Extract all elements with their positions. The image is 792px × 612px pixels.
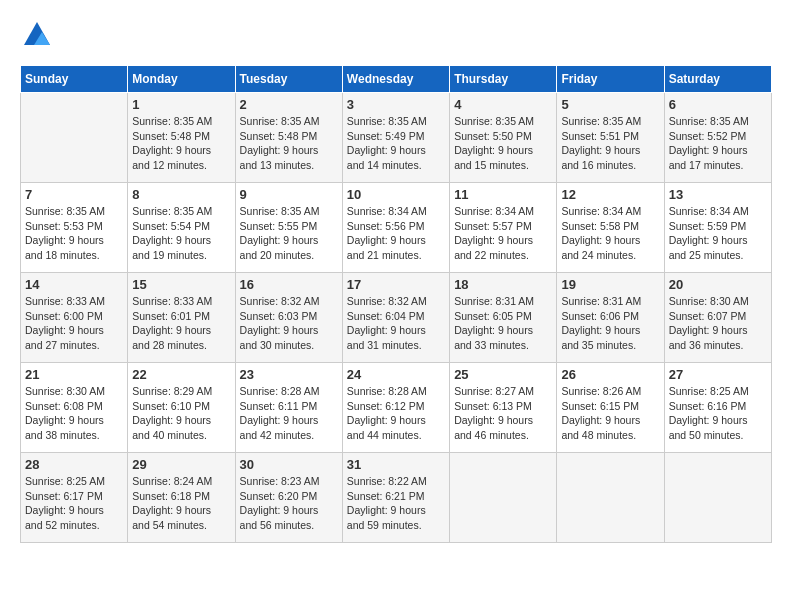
- day-number: 13: [669, 187, 767, 202]
- weekday-header-friday: Friday: [557, 66, 664, 93]
- day-info: Sunrise: 8:35 AMSunset: 5:55 PMDaylight:…: [240, 204, 338, 263]
- day-info: Sunrise: 8:35 AMSunset: 5:51 PMDaylight:…: [561, 114, 659, 173]
- day-number: 17: [347, 277, 445, 292]
- calendar-cell: 9Sunrise: 8:35 AMSunset: 5:55 PMDaylight…: [235, 183, 342, 273]
- day-info: Sunrise: 8:35 AMSunset: 5:50 PMDaylight:…: [454, 114, 552, 173]
- calendar-cell: 28Sunrise: 8:25 AMSunset: 6:17 PMDayligh…: [21, 453, 128, 543]
- calendar-cell: 12Sunrise: 8:34 AMSunset: 5:58 PMDayligh…: [557, 183, 664, 273]
- calendar-cell: 21Sunrise: 8:30 AMSunset: 6:08 PMDayligh…: [21, 363, 128, 453]
- day-info: Sunrise: 8:33 AMSunset: 6:00 PMDaylight:…: [25, 294, 123, 353]
- day-number: 20: [669, 277, 767, 292]
- logo-icon: [22, 20, 52, 50]
- calendar-cell: 2Sunrise: 8:35 AMSunset: 5:48 PMDaylight…: [235, 93, 342, 183]
- calendar-cell: 8Sunrise: 8:35 AMSunset: 5:54 PMDaylight…: [128, 183, 235, 273]
- logo: [20, 20, 52, 55]
- day-info: Sunrise: 8:35 AMSunset: 5:49 PMDaylight:…: [347, 114, 445, 173]
- calendar-cell: [450, 453, 557, 543]
- calendar-body: 1Sunrise: 8:35 AMSunset: 5:48 PMDaylight…: [21, 93, 772, 543]
- calendar-cell: 3Sunrise: 8:35 AMSunset: 5:49 PMDaylight…: [342, 93, 449, 183]
- calendar-header: SundayMondayTuesdayWednesdayThursdayFrid…: [21, 66, 772, 93]
- day-number: 19: [561, 277, 659, 292]
- day-number: 12: [561, 187, 659, 202]
- calendar-cell: 1Sunrise: 8:35 AMSunset: 5:48 PMDaylight…: [128, 93, 235, 183]
- day-info: Sunrise: 8:30 AMSunset: 6:08 PMDaylight:…: [25, 384, 123, 443]
- calendar-cell: 4Sunrise: 8:35 AMSunset: 5:50 PMDaylight…: [450, 93, 557, 183]
- day-number: 23: [240, 367, 338, 382]
- calendar-table: SundayMondayTuesdayWednesdayThursdayFrid…: [20, 65, 772, 543]
- logo-text: [20, 20, 52, 55]
- day-info: Sunrise: 8:34 AMSunset: 5:57 PMDaylight:…: [454, 204, 552, 263]
- day-number: 5: [561, 97, 659, 112]
- calendar-cell: 27Sunrise: 8:25 AMSunset: 6:16 PMDayligh…: [664, 363, 771, 453]
- day-info: Sunrise: 8:34 AMSunset: 5:58 PMDaylight:…: [561, 204, 659, 263]
- calendar-cell: 26Sunrise: 8:26 AMSunset: 6:15 PMDayligh…: [557, 363, 664, 453]
- day-info: Sunrise: 8:35 AMSunset: 5:52 PMDaylight:…: [669, 114, 767, 173]
- day-info: Sunrise: 8:32 AMSunset: 6:04 PMDaylight:…: [347, 294, 445, 353]
- calendar-cell: 29Sunrise: 8:24 AMSunset: 6:18 PMDayligh…: [128, 453, 235, 543]
- calendar-cell: 5Sunrise: 8:35 AMSunset: 5:51 PMDaylight…: [557, 93, 664, 183]
- day-number: 30: [240, 457, 338, 472]
- weekday-header-saturday: Saturday: [664, 66, 771, 93]
- day-number: 27: [669, 367, 767, 382]
- calendar-cell: [664, 453, 771, 543]
- weekday-header-tuesday: Tuesday: [235, 66, 342, 93]
- calendar-cell: 16Sunrise: 8:32 AMSunset: 6:03 PMDayligh…: [235, 273, 342, 363]
- calendar-cell: 25Sunrise: 8:27 AMSunset: 6:13 PMDayligh…: [450, 363, 557, 453]
- day-info: Sunrise: 8:34 AMSunset: 5:59 PMDaylight:…: [669, 204, 767, 263]
- calendar-cell: 7Sunrise: 8:35 AMSunset: 5:53 PMDaylight…: [21, 183, 128, 273]
- calendar-cell: 20Sunrise: 8:30 AMSunset: 6:07 PMDayligh…: [664, 273, 771, 363]
- day-info: Sunrise: 8:35 AMSunset: 5:53 PMDaylight:…: [25, 204, 123, 263]
- weekday-header-row: SundayMondayTuesdayWednesdayThursdayFrid…: [21, 66, 772, 93]
- day-info: Sunrise: 8:31 AMSunset: 6:05 PMDaylight:…: [454, 294, 552, 353]
- weekday-header-wednesday: Wednesday: [342, 66, 449, 93]
- day-info: Sunrise: 8:35 AMSunset: 5:54 PMDaylight:…: [132, 204, 230, 263]
- day-info: Sunrise: 8:35 AMSunset: 5:48 PMDaylight:…: [240, 114, 338, 173]
- calendar-cell: 24Sunrise: 8:28 AMSunset: 6:12 PMDayligh…: [342, 363, 449, 453]
- day-number: 28: [25, 457, 123, 472]
- calendar-week-row: 7Sunrise: 8:35 AMSunset: 5:53 PMDaylight…: [21, 183, 772, 273]
- day-info: Sunrise: 8:30 AMSunset: 6:07 PMDaylight:…: [669, 294, 767, 353]
- calendar-cell: 18Sunrise: 8:31 AMSunset: 6:05 PMDayligh…: [450, 273, 557, 363]
- day-number: 21: [25, 367, 123, 382]
- weekday-header-sunday: Sunday: [21, 66, 128, 93]
- day-info: Sunrise: 8:31 AMSunset: 6:06 PMDaylight:…: [561, 294, 659, 353]
- day-info: Sunrise: 8:26 AMSunset: 6:15 PMDaylight:…: [561, 384, 659, 443]
- day-number: 3: [347, 97, 445, 112]
- day-number: 18: [454, 277, 552, 292]
- day-number: 10: [347, 187, 445, 202]
- calendar-cell: 10Sunrise: 8:34 AMSunset: 5:56 PMDayligh…: [342, 183, 449, 273]
- day-number: 6: [669, 97, 767, 112]
- weekday-header-monday: Monday: [128, 66, 235, 93]
- calendar-cell: 19Sunrise: 8:31 AMSunset: 6:06 PMDayligh…: [557, 273, 664, 363]
- page-header: [20, 20, 772, 55]
- day-number: 22: [132, 367, 230, 382]
- day-number: 15: [132, 277, 230, 292]
- day-info: Sunrise: 8:22 AMSunset: 6:21 PMDaylight:…: [347, 474, 445, 533]
- calendar-cell: 11Sunrise: 8:34 AMSunset: 5:57 PMDayligh…: [450, 183, 557, 273]
- calendar-cell: [21, 93, 128, 183]
- day-number: 31: [347, 457, 445, 472]
- calendar-week-row: 21Sunrise: 8:30 AMSunset: 6:08 PMDayligh…: [21, 363, 772, 453]
- day-number: 16: [240, 277, 338, 292]
- day-info: Sunrise: 8:25 AMSunset: 6:16 PMDaylight:…: [669, 384, 767, 443]
- day-info: Sunrise: 8:28 AMSunset: 6:11 PMDaylight:…: [240, 384, 338, 443]
- day-number: 11: [454, 187, 552, 202]
- calendar-cell: [557, 453, 664, 543]
- day-number: 4: [454, 97, 552, 112]
- day-info: Sunrise: 8:32 AMSunset: 6:03 PMDaylight:…: [240, 294, 338, 353]
- calendar-cell: 31Sunrise: 8:22 AMSunset: 6:21 PMDayligh…: [342, 453, 449, 543]
- weekday-header-thursday: Thursday: [450, 66, 557, 93]
- day-info: Sunrise: 8:25 AMSunset: 6:17 PMDaylight:…: [25, 474, 123, 533]
- day-info: Sunrise: 8:28 AMSunset: 6:12 PMDaylight:…: [347, 384, 445, 443]
- calendar-cell: 22Sunrise: 8:29 AMSunset: 6:10 PMDayligh…: [128, 363, 235, 453]
- day-info: Sunrise: 8:27 AMSunset: 6:13 PMDaylight:…: [454, 384, 552, 443]
- calendar-cell: 13Sunrise: 8:34 AMSunset: 5:59 PMDayligh…: [664, 183, 771, 273]
- day-number: 25: [454, 367, 552, 382]
- calendar-week-row: 28Sunrise: 8:25 AMSunset: 6:17 PMDayligh…: [21, 453, 772, 543]
- calendar-cell: 6Sunrise: 8:35 AMSunset: 5:52 PMDaylight…: [664, 93, 771, 183]
- calendar-cell: 14Sunrise: 8:33 AMSunset: 6:00 PMDayligh…: [21, 273, 128, 363]
- calendar-week-row: 1Sunrise: 8:35 AMSunset: 5:48 PMDaylight…: [21, 93, 772, 183]
- day-number: 2: [240, 97, 338, 112]
- calendar-cell: 15Sunrise: 8:33 AMSunset: 6:01 PMDayligh…: [128, 273, 235, 363]
- day-number: 24: [347, 367, 445, 382]
